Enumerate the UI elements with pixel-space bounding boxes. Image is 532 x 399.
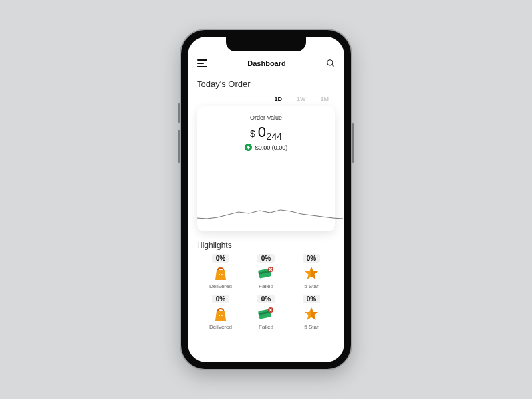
bag-icon [212,305,229,323]
highlight-label: Delivered [209,283,232,289]
star-icon [303,305,320,323]
highlight-delivered[interactable]: 0% Delivered [201,295,241,330]
sparkline-chart [197,189,343,222]
value-main: 0 [258,124,267,141]
delta-text: $0.00 (0.00) [255,144,288,151]
phone-frame: Dashboard Today's Order 1D 1W 1M Order V… [181,30,351,369]
page-title: Dashboard [247,59,285,67]
highlights-title: Highlights [197,241,335,250]
svg-point-3 [221,274,223,275]
screen: Dashboard Today's Order 1D 1W 1M Order V… [188,37,344,362]
bag-icon [212,265,229,282]
tab-1w[interactable]: 1W [297,96,306,102]
highlight-label: Failed [259,324,273,330]
card-fail-icon [257,305,275,323]
tab-1d[interactable]: 1D [274,96,282,102]
highlight-label: Delivered [209,324,232,330]
currency-symbol: $ [250,128,255,139]
content: Today's Order 1D 1W 1M Order Value $ 0 2… [188,76,344,362]
search-icon[interactable] [326,59,335,68]
highlight-pct: 0% [303,295,320,303]
card-value: $ 0 244 [203,124,329,141]
highlight-failed[interactable]: 0% Failed [246,295,286,330]
order-value-card: Order Value $ 0 244 $0.00 (0.00) [197,106,335,231]
delta-row: $0.00 (0.00) [203,144,329,151]
section-title: Today's Order [197,79,335,89]
highlight-pct: 0% [212,254,229,263]
value-sub: 244 [267,131,282,142]
power-button-decor [352,123,354,163]
highlight-label: Failed [259,283,273,289]
highlight-5star[interactable]: 0% 5 Star [291,295,331,330]
highlight-label: 5 Star [304,324,318,330]
highlight-5star[interactable]: 0% 5 Star [291,254,331,289]
stage: Dashboard Today's Order 1D 1W 1M Order V… [0,0,532,399]
highlight-pct: 0% [212,295,229,303]
menu-icon[interactable] [197,59,207,67]
highlight-failed[interactable]: 0% Failed [246,254,286,289]
tab-1m[interactable]: 1M [320,96,329,102]
up-arrow-icon [245,144,252,151]
svg-point-2 [219,274,220,275]
highlight-pct: 0% [303,254,320,263]
app-header: Dashboard [188,54,344,72]
highlight-delivered[interactable]: 0% Delivered [201,254,241,289]
highlight-pct: 0% [257,254,275,263]
highlight-label: 5 Star [304,283,318,289]
card-label: Order Value [203,114,329,121]
svg-point-0 [327,60,332,65]
svg-line-1 [332,65,334,67]
svg-point-7 [219,315,220,316]
highlights-row-1: 0% Delivered 0% Failed 0% [197,254,335,289]
highlights-row-2: 0% Delivered 0% Failed 0% [197,295,335,330]
star-icon [303,265,320,282]
notch [226,37,306,51]
range-tabs: 1D 1W 1M [197,96,335,102]
highlight-pct: 0% [257,295,275,303]
svg-point-8 [221,315,223,316]
card-fail-icon [257,265,275,282]
